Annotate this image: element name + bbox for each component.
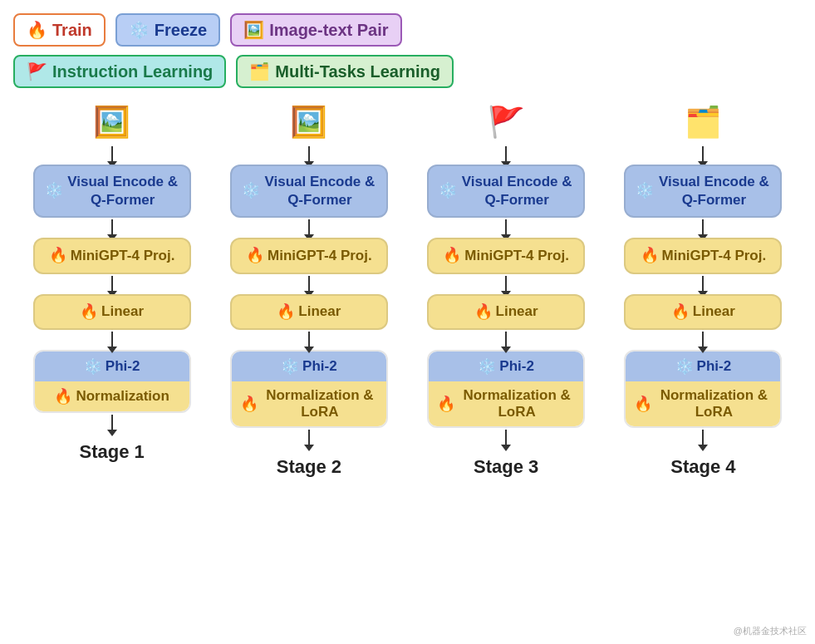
train-label: Train [52, 21, 92, 40]
box-split-stage1-3: ❄️Phi-2🔥Normalization [33, 350, 191, 413]
stage-label-stage4: Stage 4 [670, 456, 735, 478]
watermark: @机器金技术社区 [734, 625, 807, 637]
legend-train: 🔥 Train [13, 13, 106, 47]
box-split-stage3-3: ❄️Phi-2🔥Normalization & LoRA [427, 350, 585, 428]
multitask-label: Multi-Tasks Learning [275, 62, 440, 81]
box-text: Visual Encode & Q-Former [460, 173, 573, 209]
box-split-top-stage1: ❄️Phi-2 [35, 351, 189, 381]
box-stage3-0: ❄️Visual Encode & Q-Former [427, 165, 585, 218]
freeze-label: Freeze [155, 21, 207, 40]
legend-multitask: 🗂️ Multi-Tasks Learning [236, 55, 454, 88]
arrow [308, 332, 310, 348]
box-text: MiniGPT-4 Proj. [464, 247, 569, 265]
box-split-bottom-stage1: 🔥Normalization [35, 381, 189, 411]
box-icon: 🔥 [443, 246, 461, 265]
arrow [308, 146, 310, 163]
box-icon: ❄️ [439, 181, 457, 200]
box-split-bottom-stage4: 🔥Normalization & LoRA [626, 381, 780, 426]
stage-top-icon-stage2: 🖼️ [290, 105, 327, 140]
diagram: 🖼️❄️Visual Encode & Q-Former🔥MiniGPT-4 P… [13, 105, 802, 478]
box-stage4-0: ❄️Visual Encode & Q-Former [624, 165, 782, 218]
stage-label-stage1: Stage 1 [79, 441, 144, 463]
arrow [505, 430, 507, 446]
arrow [702, 219, 704, 236]
box-text: Visual Encode & Q-Former [263, 173, 376, 209]
stage-col-stage1: 🖼️❄️Visual Encode & Q-Former🔥MiniGPT-4 P… [21, 105, 204, 463]
box-stage1-1: 🔥MiniGPT-4 Proj. [33, 238, 191, 273]
box-split-stage2-3: ❄️Phi-2🔥Normalization & LoRA [230, 350, 388, 428]
box-text: Linear [693, 302, 735, 321]
stage-col-stage2: 🖼️❄️Visual Encode & Q-Former🔥MiniGPT-4 P… [218, 105, 400, 478]
arrow [111, 219, 113, 236]
box-stage1-0: ❄️Visual Encode & Q-Former [33, 165, 191, 218]
box-icon: 🔥 [277, 302, 295, 322]
box-icon: 🔥 [49, 246, 67, 265]
box-text: Visual Encode & Q-Former [657, 173, 770, 209]
box-icon: ❄️ [242, 181, 260, 200]
instruction-icon: 🚩 [27, 61, 47, 81]
arrow [702, 430, 704, 446]
box-split-top-stage3: ❄️Phi-2 [429, 351, 583, 381]
box-split-bottom-stage3: 🔥Normalization & LoRA [429, 381, 583, 426]
box-icon: 🔥 [246, 246, 264, 265]
arrow [111, 332, 113, 348]
stage-label-stage2: Stage 2 [277, 456, 341, 478]
legend-freeze: ❄️ Freeze [115, 13, 220, 47]
box-stage4-2: 🔥Linear [624, 294, 782, 330]
box-icon: 🔥 [80, 302, 98, 322]
box-stage4-1: 🔥MiniGPT-4 Proj. [624, 238, 782, 273]
box-stage3-2: 🔥Linear [427, 294, 585, 330]
legend-image-text: 🖼️ Image-text Pair [230, 13, 401, 47]
box-text: Linear [496, 302, 538, 321]
stage-label-stage3: Stage 3 [474, 456, 538, 478]
stage-top-icon-stage1: 🖼️ [93, 105, 130, 140]
stage-col-stage3: 🚩❄️Visual Encode & Q-Former🔥MiniGPT-4 Pr… [415, 105, 597, 478]
stage-top-icon-stage3: 🚩 [488, 105, 525, 140]
box-text: Visual Encode & Q-Former [66, 173, 179, 209]
multitask-icon: 🗂️ [249, 61, 270, 81]
box-icon: 🔥 [671, 302, 690, 322]
box-split-top-stage4: ❄️Phi-2 [626, 351, 780, 381]
arrow [111, 276, 113, 293]
box-text: MiniGPT-4 Proj. [71, 247, 175, 265]
arrow [702, 276, 704, 293]
arrow [505, 276, 507, 293]
box-text: MiniGPT-4 Proj. [268, 247, 372, 265]
box-split-bottom-stage2: 🔥Normalization & LoRA [232, 381, 386, 426]
box-split-top-stage2: ❄️Phi-2 [232, 351, 386, 381]
legend-instruction: 🚩 Instruction Learning [13, 55, 226, 88]
arrow [308, 276, 310, 293]
box-stage2-2: 🔥Linear [230, 294, 388, 330]
freeze-icon: ❄️ [129, 20, 150, 40]
box-split-stage4-3: ❄️Phi-2🔥Normalization & LoRA [624, 350, 782, 428]
stage-col-stage4: 🗂️❄️Visual Encode & Q-Former🔥MiniGPT-4 P… [611, 105, 794, 478]
box-stage3-1: 🔥MiniGPT-4 Proj. [427, 238, 585, 273]
box-icon: ❄️ [45, 181, 63, 200]
arrow [702, 146, 704, 163]
arrow [308, 430, 310, 446]
legend-row-2: 🚩 Instruction Learning 🗂️ Multi-Tasks Le… [13, 55, 802, 88]
arrow [111, 415, 113, 431]
instruction-label: Instruction Learning [52, 62, 213, 81]
box-icon: 🔥 [641, 246, 659, 265]
box-stage2-0: ❄️Visual Encode & Q-Former [230, 165, 388, 218]
arrow [505, 146, 507, 163]
arrow [505, 332, 507, 348]
arrow [702, 332, 704, 348]
box-stage2-1: 🔥MiniGPT-4 Proj. [230, 238, 388, 273]
train-icon: 🔥 [27, 20, 47, 40]
box-stage1-2: 🔥Linear [33, 294, 191, 330]
box-icon: 🔥 [474, 302, 493, 322]
box-text: Linear [298, 302, 341, 321]
image-text-icon: 🖼️ [243, 20, 264, 40]
legend-row-1: 🔥 Train ❄️ Freeze 🖼️ Image-text Pair [13, 13, 802, 47]
image-text-label: Image-text Pair [269, 21, 388, 40]
box-icon: ❄️ [636, 181, 654, 200]
box-text: Linear [101, 302, 144, 321]
arrow [111, 146, 113, 163]
arrow [308, 219, 310, 236]
box-text: MiniGPT-4 Proj. [662, 247, 767, 265]
arrow [505, 219, 507, 236]
stage-top-icon-stage4: 🗂️ [685, 105, 722, 140]
